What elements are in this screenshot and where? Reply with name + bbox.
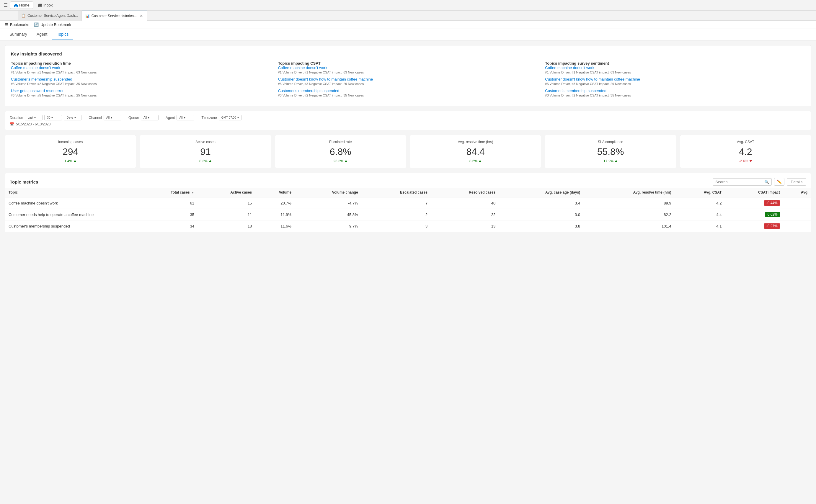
row1-csat-badge: -0.44%: [764, 200, 780, 206]
row1-avg-csat: 4.2: [675, 197, 725, 209]
duration-num-select[interactable]: 30 ▾: [44, 115, 62, 120]
col-topic: Topic: [5, 188, 136, 197]
insight-link-3-2[interactable]: Customer doesn't know how to maintain co…: [545, 77, 805, 81]
edit-button[interactable]: ✏️: [774, 178, 784, 186]
channel-value: All: [106, 116, 109, 119]
duration-value-select[interactable]: Last ▾: [25, 115, 42, 120]
col-escalated: Escalated cases: [362, 188, 431, 197]
search-icon: 🔍: [764, 180, 769, 184]
insights-col3-heading: Topics impacting survey sentiment: [545, 61, 805, 66]
details-button[interactable]: Details: [787, 178, 806, 186]
insights-col2-heading: Topics impacting CSAT: [278, 61, 538, 66]
agent-filter: Agent All ▾: [166, 115, 194, 120]
kpi-active-title: Active cases: [145, 140, 266, 144]
tab-close-icon[interactable]: ✕: [140, 14, 143, 18]
kpi-escalated-change: 23.3%: [280, 159, 401, 163]
insight-link-3-3[interactable]: Customer's membership suspended: [545, 89, 805, 93]
insight-link-1-3[interactable]: User gets password reset error: [11, 89, 271, 93]
agent-label: Agent: [166, 116, 175, 120]
chevron-down-icon-duration: ▾: [34, 116, 36, 119]
insight-meta-2-3: #3 Volume Driver, #2 Negative CSAT impac…: [278, 94, 538, 97]
insight-link-1-1[interactable]: Coffee machine doesn't work: [11, 66, 271, 70]
kpi-sla: SLA compliance 55.8% 17.2%: [545, 135, 676, 168]
row1-vol-change: -4.7%: [295, 197, 362, 209]
agent-select[interactable]: All ▾: [176, 115, 194, 120]
table-header-row: Topic Total cases ▼ Active cases Volume …: [5, 188, 811, 197]
kpi-active-arrow: [209, 160, 212, 162]
sort-icon: ▼: [191, 191, 194, 194]
search-box[interactable]: 🔍: [713, 178, 772, 186]
tab-topics[interactable]: Topics: [52, 29, 73, 40]
hamburger-menu[interactable]: ☰: [2, 1, 9, 9]
chevron-down-icon-channel: ▾: [111, 116, 112, 119]
agent-value: All: [179, 116, 182, 119]
kpi-resolve-change: 8.6%: [415, 159, 536, 163]
tab-agent[interactable]: Agent: [32, 29, 52, 40]
row1-escalated: 7: [362, 197, 431, 209]
kpi-incoming-cases: Incoming cases 294 1.4%: [5, 135, 136, 168]
bookmarks-label: Bookmarks: [10, 22, 29, 27]
row3-resolved: 13: [431, 220, 499, 232]
bookmarks-menu[interactable]: ☰ Bookmarks: [5, 22, 29, 27]
insight-link-2-1[interactable]: Coffee machine doesn't work: [278, 66, 538, 70]
row3-vol-change: 9.7%: [295, 220, 362, 232]
tab-topics-label: Topics: [57, 32, 69, 37]
col-total[interactable]: Total cases ▼: [136, 188, 198, 197]
insight-link-1-2[interactable]: Customer's membership suspended: [11, 77, 271, 81]
chevron-down-icon-timezone: ▾: [237, 116, 239, 119]
insight-link-2-3[interactable]: Customer's membership suspended: [278, 89, 538, 93]
row2-case-age: 3.0: [499, 209, 584, 220]
kpi-sla-title: SLA compliance: [550, 140, 671, 144]
filters-row: Duration Last ▾ 30 ▾ Days ▾ Channel All: [5, 111, 811, 130]
row1-avg2: [784, 197, 811, 209]
insight-meta-1-2: #3 Volume Driver, #2 Negative CSAT impac…: [11, 82, 271, 86]
duration-unit-select[interactable]: Days ▾: [64, 115, 81, 120]
main-nav: Summary Agent Topics: [0, 29, 816, 40]
tab-summary[interactable]: Summary: [5, 29, 32, 40]
search-input[interactable]: [715, 180, 763, 184]
kpi-sla-arrow: [615, 160, 618, 162]
channel-select[interactable]: All ▾: [104, 115, 121, 120]
tab-historical[interactable]: 📊 Customer Service historica... ✕: [82, 11, 147, 21]
kpi-csat-value: 4.2: [685, 146, 806, 157]
row2-vol-change: 45.8%: [295, 209, 362, 220]
tab-agent-dash-icon: 📋: [21, 14, 26, 18]
row1-resolved: 40: [431, 197, 499, 209]
insight-link-2-2[interactable]: Customer doesn't know how to maintain co…: [278, 77, 538, 81]
timezone-select[interactable]: GMT-07:00 ▾: [219, 115, 241, 120]
kpi-csat-title: Avg. CSAT: [685, 140, 806, 144]
queue-select[interactable]: All ▾: [141, 115, 158, 120]
row2-topic: Customer needs help to operate a coffee …: [5, 209, 136, 220]
row1-case-age: 3.4: [499, 197, 584, 209]
insight-meta-2-1: #1 Volume Driver, #1 Negative CSAT impac…: [278, 71, 538, 74]
main-content: Key insights discovered Topics impacting…: [0, 40, 816, 237]
insights-card: Key insights discovered Topics impacting…: [5, 45, 811, 106]
date-range-value: 5/15/2023 - 6/13/2023: [16, 122, 50, 126]
kpi-resolve-value: 84.4: [415, 146, 536, 157]
home-button[interactable]: Home: [10, 1, 33, 9]
queue-label: Queue: [128, 116, 139, 120]
row3-case-age: 3.8: [499, 220, 584, 232]
row1-volume: 20.7%: [255, 197, 295, 209]
col-vol-change: Volume change: [295, 188, 362, 197]
col-total-label: Total cases: [171, 190, 189, 194]
tab-agent-dash[interactable]: 📋 Customer Service Agent Dash...: [18, 11, 82, 21]
topic-metrics-card: Topic metrics 🔍 ✏️ Details Topic Total c…: [5, 173, 811, 232]
queue-value: All: [143, 116, 147, 119]
kpi-escalated-rate: Escalated rate 6.8% 23.3%: [275, 135, 406, 168]
insight-link-3-1[interactable]: Coffee machine doesn't work: [545, 66, 805, 70]
kpi-incoming-value: 294: [10, 146, 131, 157]
inbox-button[interactable]: Inbox: [35, 2, 56, 9]
timezone-filter: Timezone GMT-07:00 ▾: [201, 115, 241, 120]
kpi-avg-csat: Avg. CSAT 4.2 -2.6%: [680, 135, 811, 168]
col-resolve-time: Avg. resolve time (hrs): [584, 188, 675, 197]
kpi-resolve-title: Avg. resolve time (hrs): [415, 140, 536, 144]
duration-unit: Days: [66, 116, 73, 119]
kpi-incoming-title: Incoming cases: [10, 140, 131, 144]
row2-csat-badge: 0.62%: [765, 212, 780, 217]
kpi-resolve-arrow: [479, 160, 482, 162]
kpi-escalated-value: 6.8%: [280, 146, 401, 157]
insight-meta-1-3: #6 Volume Driver, #5 Negative CSAT impac…: [11, 94, 271, 97]
row2-csat-impact: 0.62%: [725, 209, 783, 220]
update-bookmark-button[interactable]: 🔄 Update Bookmark: [34, 22, 71, 27]
